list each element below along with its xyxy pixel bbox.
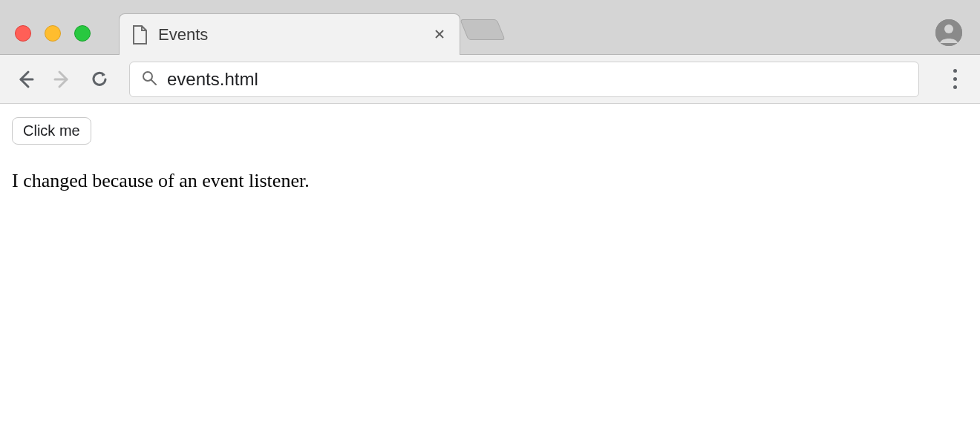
tab-close-button[interactable] <box>431 23 448 46</box>
tab-title: Events <box>158 25 421 44</box>
window-fullscreen-button[interactable] <box>74 25 91 42</box>
address-input[interactable] <box>167 69 906 90</box>
click-me-button[interactable]: Click me <box>12 117 91 145</box>
address-bar[interactable] <box>129 62 919 97</box>
result-paragraph: I changed because of an event listener. <box>12 170 968 192</box>
browser-window: Events <box>0 0 980 445</box>
kebab-icon <box>953 69 957 89</box>
page-content: Click me I changed because of an event l… <box>0 104 980 445</box>
window-minimize-button[interactable] <box>45 25 61 42</box>
window-close-button[interactable] <box>15 25 31 42</box>
new-tab-button[interactable] <box>460 19 505 40</box>
file-icon <box>131 25 148 44</box>
svg-line-7 <box>151 80 156 85</box>
svg-point-6 <box>143 72 152 81</box>
forward-button[interactable] <box>48 65 77 94</box>
back-button[interactable] <box>10 65 40 94</box>
window-controls <box>15 25 91 42</box>
browser-tab[interactable]: Events <box>119 13 460 55</box>
reload-button[interactable] <box>85 65 114 94</box>
profile-button[interactable] <box>935 19 962 46</box>
search-icon <box>142 70 157 88</box>
tab-strip: Events <box>0 0 980 55</box>
toolbar <box>0 55 980 104</box>
svg-point-3 <box>944 24 953 33</box>
browser-menu-button[interactable] <box>940 65 970 94</box>
